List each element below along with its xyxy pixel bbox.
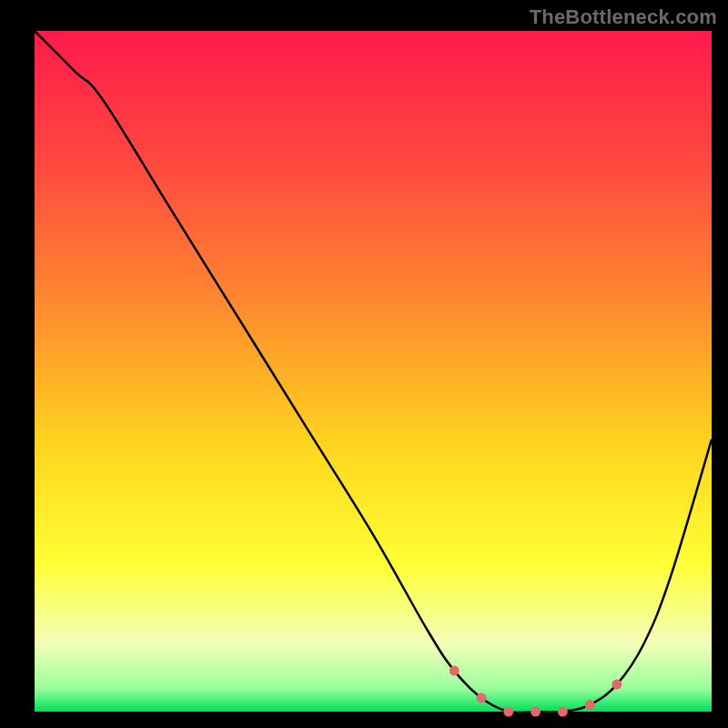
min-dot: [612, 680, 622, 690]
chart-frame: TheBottleneck.com: [0, 0, 728, 728]
min-dot: [558, 707, 568, 717]
min-dot: [585, 700, 595, 710]
plot-area: [35, 31, 712, 712]
watermark-text: TheBottleneck.com: [530, 5, 717, 29]
min-dot: [450, 666, 460, 676]
bottleneck-chart: [0, 0, 728, 728]
min-dot: [531, 707, 541, 717]
min-dot: [477, 693, 487, 703]
min-dot: [503, 707, 513, 717]
